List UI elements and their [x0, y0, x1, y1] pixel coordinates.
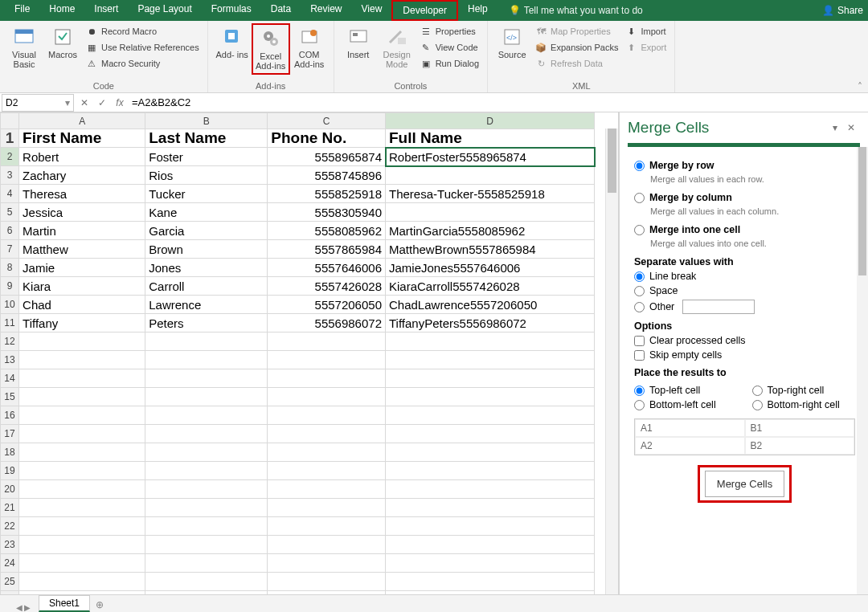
cell[interactable]: [268, 536, 386, 554]
cell[interactable]: [145, 351, 268, 369]
cell[interactable]: [19, 573, 145, 591]
vertical-scrollbar[interactable]: [605, 129, 618, 594]
cell[interactable]: [19, 388, 145, 406]
header-cell[interactable]: Full Name: [386, 129, 595, 148]
row-header[interactable]: 1: [1, 129, 19, 148]
cell[interactable]: [386, 573, 595, 591]
sep-space-radio[interactable]: Space: [634, 285, 855, 296]
cell[interactable]: [268, 425, 386, 443]
cell[interactable]: [145, 573, 268, 591]
row-header[interactable]: 25: [1, 573, 19, 591]
cell[interactable]: [19, 351, 145, 369]
export-button[interactable]: ⬆Export: [621, 39, 669, 55]
scrollbar-thumb[interactable]: [608, 129, 616, 193]
cell[interactable]: Theresa: [19, 185, 145, 203]
cell[interactable]: [386, 203, 595, 222]
menu-tab-page-layout[interactable]: Page Layout: [128, 0, 201, 21]
cell[interactable]: Foster: [145, 148, 268, 166]
menu-tab-review[interactable]: Review: [301, 0, 351, 21]
cell[interactable]: [386, 369, 595, 388]
row-header[interactable]: 20: [1, 480, 19, 499]
cell[interactable]: 5557865984: [268, 240, 386, 259]
row-header[interactable]: 23: [1, 536, 19, 554]
cell[interactable]: [386, 333, 595, 351]
expansion-packs-button[interactable]: 📦Expansion Packs: [531, 39, 621, 55]
cell[interactable]: Zachary: [19, 166, 145, 185]
macros-button[interactable]: Macros: [43, 23, 82, 71]
com-addins-button[interactable]: COM Add-ins: [290, 23, 329, 75]
use-relative-refs-button[interactable]: ▦Use Relative References: [82, 39, 203, 55]
row-header[interactable]: 10: [1, 296, 19, 314]
sheet-tab-active[interactable]: Sheet1: [39, 595, 90, 612]
cell[interactable]: [145, 480, 268, 499]
cell[interactable]: [268, 443, 386, 462]
cell[interactable]: [145, 536, 268, 554]
cell[interactable]: 5557206050: [268, 296, 386, 314]
cell[interactable]: 5558525918: [268, 185, 386, 203]
cell[interactable]: Peters: [145, 314, 268, 333]
sep-other-radio[interactable]: Other: [634, 300, 855, 314]
row-header[interactable]: 4: [1, 185, 19, 203]
tell-me[interactable]: 💡 Tell me what you want to do: [509, 5, 643, 16]
merge-cells-button[interactable]: Merge Cells: [705, 471, 784, 497]
record-macro-button[interactable]: ⏺Record Macro: [82, 23, 203, 39]
column-header-C[interactable]: C: [268, 113, 386, 129]
clear-cells-checkbox[interactable]: Clear processed cells: [634, 335, 855, 346]
cell[interactable]: [386, 388, 595, 406]
menu-tab-home[interactable]: Home: [39, 0, 84, 21]
add-sheet-button[interactable]: ⊕: [92, 598, 108, 612]
sheet-nav-next[interactable]: ▶: [24, 603, 31, 612]
row-header[interactable]: 8: [1, 259, 19, 277]
cell[interactable]: [268, 573, 386, 591]
cell[interactable]: [386, 406, 595, 425]
row-header[interactable]: 26: [1, 591, 19, 595]
place-topleft-radio[interactable]: Top-left cell: [634, 385, 738, 396]
cell[interactable]: [145, 517, 268, 536]
sep-other-input[interactable]: [682, 300, 755, 314]
cell[interactable]: TiffanyPeters5556986072: [386, 314, 595, 333]
taskpane-close-button[interactable]: ✕: [842, 122, 860, 133]
menu-tab-formulas[interactable]: Formulas: [202, 0, 261, 21]
row-header[interactable]: 5: [1, 203, 19, 222]
cell[interactable]: [268, 554, 386, 573]
row-header[interactable]: 18: [1, 443, 19, 462]
cell[interactable]: [268, 517, 386, 536]
row-header[interactable]: 24: [1, 554, 19, 573]
cell[interactable]: Carroll: [145, 277, 268, 296]
cell[interactable]: [386, 480, 595, 499]
menu-tab-developer[interactable]: Developer: [391, 0, 458, 21]
cell[interactable]: [145, 369, 268, 388]
insert-control-button[interactable]: Insert: [339, 23, 378, 71]
menu-tab-view[interactable]: View: [352, 0, 392, 21]
accept-formula-button[interactable]: ✓: [93, 94, 111, 112]
cell[interactable]: Tiffany: [19, 314, 145, 333]
sheet-nav-prev[interactable]: ◀: [16, 603, 23, 612]
cell[interactable]: [386, 499, 595, 517]
refresh-data-button[interactable]: ↻Refresh Data: [531, 55, 621, 71]
row-header[interactable]: 7: [1, 240, 19, 259]
skip-empty-checkbox[interactable]: Skip empty cells: [634, 349, 855, 361]
cell[interactable]: [268, 480, 386, 499]
cell[interactable]: [268, 351, 386, 369]
header-cell[interactable]: Last Name: [145, 129, 268, 148]
cell[interactable]: [19, 333, 145, 351]
menu-tab-insert[interactable]: Insert: [84, 0, 128, 21]
cell[interactable]: Chad: [19, 296, 145, 314]
cell[interactable]: [19, 443, 145, 462]
cell[interactable]: MartinGarcia5558085962: [386, 222, 595, 240]
row-header[interactable]: 19: [1, 462, 19, 480]
merge-by-row-radio[interactable]: Merge by row: [634, 160, 855, 171]
place-bottomleft-radio[interactable]: Bottom-left cell: [634, 399, 738, 410]
row-header[interactable]: 15: [1, 388, 19, 406]
sep-linebreak-radio[interactable]: Line break: [634, 271, 855, 282]
row-header[interactable]: 3: [1, 166, 19, 185]
chevron-down-icon[interactable]: ▾: [65, 97, 70, 108]
cell[interactable]: ChadLawrence5557206050: [386, 296, 595, 314]
menu-tab-help[interactable]: Help: [458, 0, 497, 21]
cell[interactable]: Jamie: [19, 259, 145, 277]
merge-one-cell-radio[interactable]: Merge into one cell: [634, 224, 855, 235]
cell[interactable]: [268, 499, 386, 517]
design-mode-button[interactable]: Design Mode: [378, 23, 416, 71]
cell[interactable]: Rios: [145, 166, 268, 185]
cell[interactable]: [268, 369, 386, 388]
